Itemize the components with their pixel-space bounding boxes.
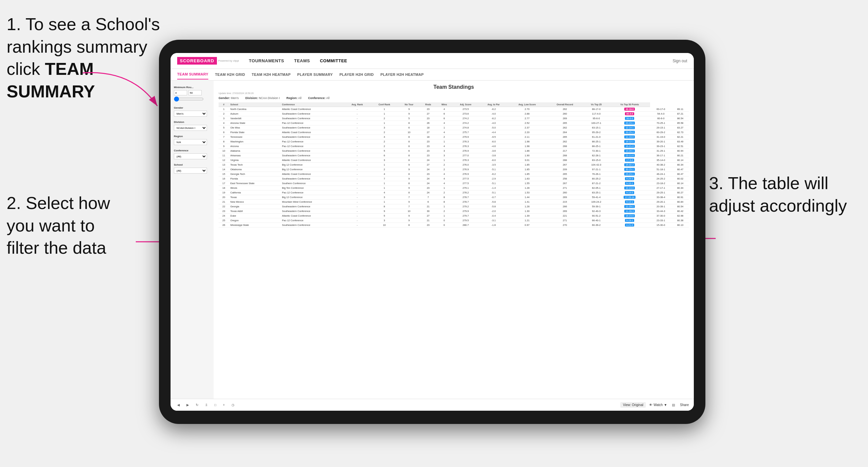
nav-tournaments[interactable]: TOURNAMENTS [249,57,284,65]
filter-gender-select[interactable]: Men's Women's [174,111,207,117]
table-row: 24DukeAtlantic Coast Conference-59271279… [219,214,689,218]
table-cell: 9-14-0 [609,190,650,195]
table-cell: 21 [420,204,436,209]
nav-bar: SCOREBOARD Powered by clippi TOURNAMENTS… [170,53,694,69]
nav-committee[interactable]: COMMITTEE [320,57,347,65]
table-cell: 260 [547,112,584,116]
table-cell: 6 [398,149,420,153]
table-cell: 2 [371,144,398,149]
table-row: 7TennesseeSoutheastern Conference-481822… [219,135,689,139]
toolbar-refresh[interactable]: ↻ [194,402,200,407]
table-cell: 273.5 [452,107,479,112]
table-cell: 1 [436,204,452,209]
table-cell: 24 [420,190,436,195]
table-cell: 1.90 [508,153,547,158]
table-row: 23Texas A&MSoutheastern Conference-91030… [219,209,689,214]
table-cell: 27 [420,163,436,167]
sub-nav-team-h2h-heatmap[interactable]: TEAM H2H HEATMAP [252,70,291,79]
table-cell: Atlantic Coast Conference [281,214,344,218]
table-cell: Atlantic Coast Conference [281,107,344,112]
table-cell: 9 [398,177,420,181]
table-cell: 80.21 [672,153,689,158]
table-cell: - [344,218,371,223]
table-cell: North Carolina [229,107,281,112]
table-cell: 4 [436,181,452,186]
bottom-toolbar: ◀ ▶ ↻ ⇫ □ + ◷ View: Original 👁 Watch ▼ ▤… [170,399,694,411]
table-cell: 3 [436,153,452,158]
table-cell: 40-38-2 [650,163,672,167]
table-cell: Oregon [229,218,281,223]
table-cell: California [229,190,281,195]
toolbar-grid[interactable]: ▤ [670,402,677,407]
filter-min-input[interactable] [174,90,187,95]
toolbar-watch-button[interactable]: 👁 Watch ▼ [649,403,667,407]
table-cell: 9-12-1 [609,200,650,204]
table-cell: 83.49 [672,139,689,144]
table-cell: 2.77 [508,116,547,121]
nav-teams[interactable]: TEAMS [294,57,310,65]
filter-gender: Gender Men's Women's [174,106,210,117]
table-cell: 3 [371,195,398,200]
toolbar-forward[interactable]: ▶ [185,402,191,407]
division-value: NCAA Division I [259,96,280,100]
toolbar-share-button[interactable]: Share [680,403,689,407]
table-cell: -4.6 [479,144,508,149]
table-cell: 0 [436,218,452,223]
toolbar-view-button[interactable]: View: Original [620,402,646,408]
table-cell: 9-10-1 [609,181,650,186]
filter-conference-select[interactable]: (All) [174,153,207,159]
table-cell: 5 [219,126,229,130]
table-cell: -3.6 [479,149,508,153]
table-cell: 27 [420,130,436,135]
toolbar-bookmark[interactable]: □ [213,402,218,407]
table-cell: -5.0 [479,126,508,130]
filter-school-select[interactable]: (All) [174,167,207,174]
toolbar-add[interactable]: + [221,402,226,407]
table-cell: 3 [371,126,398,130]
table-cell: 82.51 [672,144,689,149]
sub-nav-team-summary[interactable]: TEAM SUMMARY [177,69,208,80]
table-cell: Georgia Tech [229,172,281,177]
table-cell: - [344,186,371,190]
table-cell: 2.52 [508,121,547,126]
table-cell: 59-39-1 [583,204,609,209]
table-cell: 85.58 [672,121,689,126]
table-cell: 8 [398,144,420,149]
filter-region-select[interactable]: N/A All [174,139,207,145]
toolbar-time[interactable]: ◷ [230,402,236,407]
table-cell: 46-24-1 [650,172,672,177]
table-cell: 217 [547,149,584,153]
table-cell: Illinois [229,186,281,190]
table-cell: -6.2 [479,172,508,177]
filter-rounds-slider[interactable] [174,96,204,102]
table-cell: 80.94 [672,149,689,153]
table-cell: Pac-12 Conference [281,139,344,144]
sub-nav-player-h2h-heatmap[interactable]: PLAYER H2H HEATMAP [380,70,424,79]
table-cell: - [344,135,371,139]
table-cell: 4 [436,144,452,149]
table-cell: 267 [547,181,584,186]
table-cell: 97-21-1 [583,167,609,172]
toolbar-back[interactable]: ◀ [176,402,182,407]
toolbar-share2[interactable]: ⇫ [203,402,209,407]
table-cell: 265 [547,172,584,177]
table-cell: 51-18-1 [650,167,672,172]
filter-conference: Conference (All) [174,149,210,159]
table-cell: -1.8 [479,223,508,227]
table-cell: 39-20-1 [650,139,672,144]
filter-max-input[interactable] [188,90,202,95]
sign-out-button[interactable]: Sign out [673,59,687,63]
sub-nav-team-h2h-grid[interactable]: TEAM H2H GRID [215,70,245,79]
table-cell: 1 [436,158,452,163]
table-cell: 82.21 [672,135,689,139]
filter-division-select[interactable]: NCAA Division I NCAA Division II [174,125,207,131]
table-cell: 80.13 [672,223,689,227]
table-cell: 270 [547,223,584,227]
table-cell: 279.9 [452,135,479,139]
sub-nav-player-summary[interactable]: PLAYER SUMMARY [298,70,333,79]
sub-nav-player-h2h-grid[interactable]: PLAYER H2H GRID [339,70,374,79]
table-cell: Arizona State [229,121,281,126]
table-row: 3VanderbiltSoutheastern Conference-25236… [219,116,689,121]
table-cell: 1.85 [508,172,547,177]
table-cell: 31-19-0 [650,135,672,139]
